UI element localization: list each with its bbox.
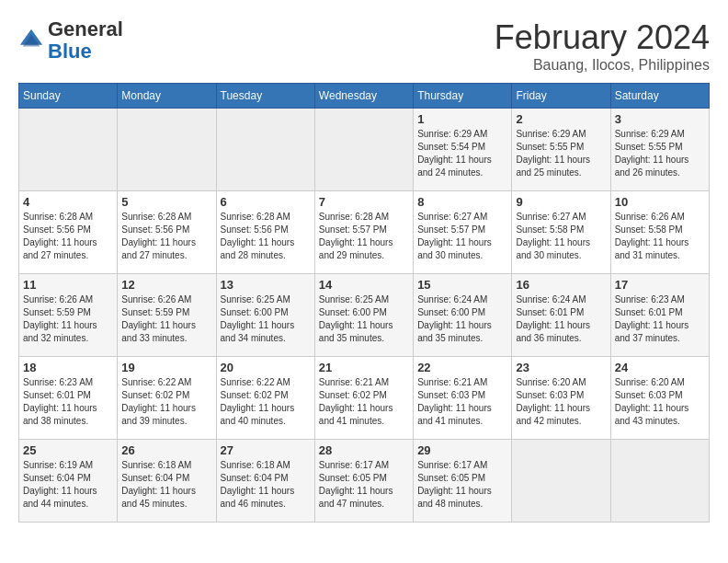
day-number: 23: [516, 361, 606, 374]
day-number: 22: [417, 361, 507, 374]
calendar-week-row: 11Sunrise: 6:26 AM Sunset: 5:59 PM Dayli…: [19, 274, 710, 357]
day-number: 18: [23, 361, 113, 374]
calendar-cell: 27Sunrise: 6:18 AM Sunset: 6:04 PM Dayli…: [216, 440, 314, 523]
day-number: 29: [417, 443, 507, 457]
weekday-header: Wednesday: [314, 84, 413, 109]
day-info: Sunrise: 6:25 AM Sunset: 6:00 PM Dayligh…: [221, 293, 311, 345]
day-number: 24: [615, 361, 705, 374]
day-info: Sunrise: 6:21 AM Sunset: 6:03 PM Dayligh…: [417, 376, 507, 428]
calendar-cell: 29Sunrise: 6:17 AM Sunset: 6:05 PM Dayli…: [414, 440, 512, 523]
day-number: 8: [417, 195, 507, 209]
calendar-cell: 17Sunrise: 6:23 AM Sunset: 6:01 PM Dayli…: [610, 274, 709, 357]
day-number: 9: [516, 195, 606, 209]
calendar-cell: 6Sunrise: 6:28 AM Sunset: 5:56 PM Daylig…: [216, 191, 314, 274]
day-info: Sunrise: 6:27 AM Sunset: 5:57 PM Dayligh…: [417, 211, 507, 262]
weekday-header: Thursday: [414, 84, 512, 109]
calendar-cell: 21Sunrise: 6:21 AM Sunset: 6:02 PM Dayli…: [314, 357, 413, 440]
day-info: Sunrise: 6:23 AM Sunset: 6:01 PM Dayligh…: [23, 376, 113, 428]
day-number: 16: [516, 278, 606, 292]
day-number: 7: [319, 195, 409, 209]
location-subtitle: Bauang, Ilocos, Philippines: [495, 57, 710, 74]
calendar-cell: 1Sunrise: 6:29 AM Sunset: 5:54 PM Daylig…: [414, 109, 512, 191]
logo-icon: [18, 28, 44, 53]
calendar-cell: 10Sunrise: 6:26 AM Sunset: 5:58 PM Dayli…: [610, 191, 709, 274]
day-number: 15: [417, 278, 507, 292]
calendar-cell: 9Sunrise: 6:27 AM Sunset: 5:58 PM Daylig…: [512, 191, 610, 274]
weekday-header: Friday: [512, 84, 610, 109]
day-info: Sunrise: 6:28 AM Sunset: 5:56 PM Dayligh…: [221, 211, 311, 262]
calendar-cell: 23Sunrise: 6:20 AM Sunset: 6:03 PM Dayli…: [512, 357, 610, 440]
day-info: Sunrise: 6:26 AM Sunset: 5:59 PM Dayligh…: [121, 293, 211, 345]
calendar-cell: 11Sunrise: 6:26 AM Sunset: 5:59 PM Dayli…: [19, 274, 118, 357]
logo: General Blue: [18, 18, 123, 63]
calendar-cell: 22Sunrise: 6:21 AM Sunset: 6:03 PM Dayli…: [414, 357, 512, 440]
day-number: 20: [221, 361, 311, 374]
day-info: Sunrise: 6:17 AM Sunset: 6:05 PM Dayligh…: [417, 459, 507, 511]
day-info: Sunrise: 6:29 AM Sunset: 5:55 PM Dayligh…: [615, 128, 705, 179]
calendar-cell: 24Sunrise: 6:20 AM Sunset: 6:03 PM Dayli…: [610, 357, 709, 440]
day-info: Sunrise: 6:26 AM Sunset: 5:58 PM Dayligh…: [615, 211, 705, 262]
page-header: General Blue February 2024 Bauang, Iloco…: [18, 18, 710, 74]
day-number: 10: [615, 195, 705, 209]
weekday-header: Sunday: [19, 84, 118, 109]
day-info: Sunrise: 6:29 AM Sunset: 5:54 PM Dayligh…: [417, 128, 507, 179]
day-info: Sunrise: 6:28 AM Sunset: 5:56 PM Dayligh…: [23, 211, 113, 262]
day-number: 21: [319, 361, 409, 374]
day-info: Sunrise: 6:27 AM Sunset: 5:58 PM Dayligh…: [516, 211, 606, 262]
calendar-cell: 26Sunrise: 6:18 AM Sunset: 6:04 PM Dayli…: [118, 440, 216, 523]
day-number: 6: [221, 195, 311, 209]
day-number: 3: [615, 112, 705, 126]
calendar-cell: 3Sunrise: 6:29 AM Sunset: 5:55 PM Daylig…: [610, 109, 709, 191]
day-info: Sunrise: 6:24 AM Sunset: 6:01 PM Dayligh…: [516, 293, 606, 345]
calendar-cell: 15Sunrise: 6:24 AM Sunset: 6:00 PM Dayli…: [414, 274, 512, 357]
day-info: Sunrise: 6:17 AM Sunset: 6:05 PM Dayligh…: [319, 459, 409, 511]
day-info: Sunrise: 6:25 AM Sunset: 6:00 PM Dayligh…: [319, 293, 409, 345]
day-number: 19: [121, 361, 211, 374]
logo-general: General: [48, 17, 123, 40]
day-number: 4: [23, 195, 113, 209]
calendar-cell: 18Sunrise: 6:23 AM Sunset: 6:01 PM Dayli…: [19, 357, 118, 440]
calendar-cell: [512, 440, 610, 523]
calendar-cell: 25Sunrise: 6:19 AM Sunset: 6:04 PM Dayli…: [19, 440, 118, 523]
day-info: Sunrise: 6:22 AM Sunset: 6:02 PM Dayligh…: [121, 376, 211, 428]
logo-blue: Blue: [48, 40, 92, 63]
calendar-week-row: 1Sunrise: 6:29 AM Sunset: 5:54 PM Daylig…: [19, 109, 710, 191]
calendar-table: SundayMondayTuesdayWednesdayThursdayFrid…: [18, 83, 710, 523]
calendar-cell: [118, 109, 216, 191]
calendar-cell: 12Sunrise: 6:26 AM Sunset: 5:59 PM Dayli…: [118, 274, 216, 357]
day-number: 17: [615, 278, 705, 292]
day-info: Sunrise: 6:26 AM Sunset: 5:59 PM Dayligh…: [23, 293, 113, 345]
calendar-cell: [216, 109, 314, 191]
day-info: Sunrise: 6:20 AM Sunset: 6:03 PM Dayligh…: [615, 376, 705, 428]
title-area: February 2024 Bauang, Ilocos, Philippine…: [495, 18, 710, 74]
day-info: Sunrise: 6:22 AM Sunset: 6:02 PM Dayligh…: [221, 376, 311, 428]
calendar-week-row: 18Sunrise: 6:23 AM Sunset: 6:01 PM Dayli…: [19, 357, 710, 440]
calendar-cell: 28Sunrise: 6:17 AM Sunset: 6:05 PM Dayli…: [314, 440, 413, 523]
logo-text: General Blue: [48, 18, 123, 63]
calendar-week-row: 4Sunrise: 6:28 AM Sunset: 5:56 PM Daylig…: [19, 191, 710, 274]
calendar-cell: 7Sunrise: 6:28 AM Sunset: 5:57 PM Daylig…: [314, 191, 413, 274]
calendar-cell: 4Sunrise: 6:28 AM Sunset: 5:56 PM Daylig…: [19, 191, 118, 274]
day-number: 1: [417, 112, 507, 126]
day-info: Sunrise: 6:23 AM Sunset: 6:01 PM Dayligh…: [615, 293, 705, 345]
day-info: Sunrise: 6:24 AM Sunset: 6:00 PM Dayligh…: [417, 293, 507, 345]
day-info: Sunrise: 6:21 AM Sunset: 6:02 PM Dayligh…: [319, 376, 409, 428]
day-number: 2: [516, 112, 606, 126]
day-number: 28: [319, 443, 409, 457]
day-info: Sunrise: 6:28 AM Sunset: 5:56 PM Dayligh…: [121, 211, 211, 262]
day-info: Sunrise: 6:20 AM Sunset: 6:03 PM Dayligh…: [516, 376, 606, 428]
weekday-header: Monday: [118, 84, 216, 109]
calendar-cell: [314, 109, 413, 191]
weekday-header-row: SundayMondayTuesdayWednesdayThursdayFrid…: [19, 84, 710, 109]
day-number: 11: [23, 278, 113, 292]
day-number: 5: [121, 195, 211, 209]
day-info: Sunrise: 6:18 AM Sunset: 6:04 PM Dayligh…: [121, 459, 211, 511]
weekday-header: Saturday: [610, 84, 709, 109]
day-info: Sunrise: 6:19 AM Sunset: 6:04 PM Dayligh…: [23, 459, 113, 511]
day-number: 25: [23, 443, 113, 457]
calendar-cell: [19, 109, 118, 191]
day-number: 13: [221, 278, 311, 292]
day-info: Sunrise: 6:28 AM Sunset: 5:57 PM Dayligh…: [319, 211, 409, 262]
calendar-cell: 8Sunrise: 6:27 AM Sunset: 5:57 PM Daylig…: [414, 191, 512, 274]
day-number: 26: [121, 443, 211, 457]
